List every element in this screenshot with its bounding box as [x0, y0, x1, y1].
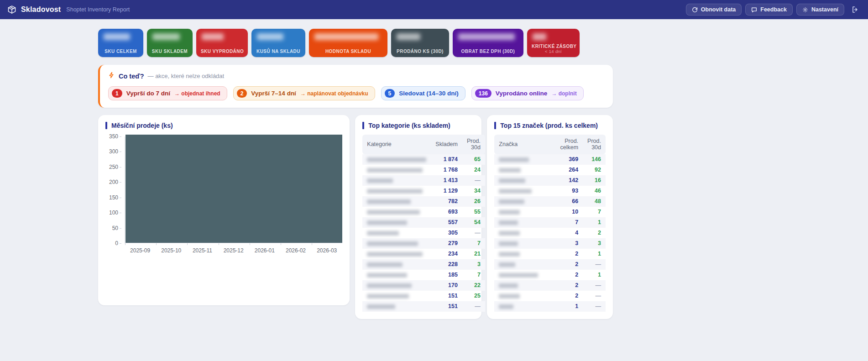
y-axis-tick: 250 [109, 164, 121, 170]
prod30-value: 146 [583, 154, 606, 165]
category-name-redacted [362, 217, 431, 228]
action-chip[interactable]: 5 Sledovat (14–30 dní) [381, 86, 465, 100]
prod30-value: 25 [462, 291, 485, 301]
table-row: 3 3 [494, 238, 606, 249]
chip-count-badge: 5 [385, 89, 395, 98]
table-row: 185 7 [362, 270, 485, 280]
stat-card: KRITICKÉ ZÁSOBY < 14 dní [527, 29, 580, 57]
table-row: 369 146 [494, 154, 606, 165]
table-row: 782 26 [362, 196, 485, 207]
table-row: 264 92 [494, 165, 606, 175]
table-row: 7 1 [494, 217, 606, 228]
prod30-value: 65 [462, 154, 485, 165]
total-value: 142 [543, 175, 583, 186]
title-accent-bar [362, 122, 364, 129]
stat-card: SKU VYPRODÁNO [196, 29, 248, 57]
stat-value-redacted [152, 33, 180, 40]
category-name-redacted [362, 301, 431, 312]
brand-name-redacted [494, 301, 543, 312]
refresh-label: Obnovit data [701, 6, 736, 13]
table-row: 66 48 [494, 196, 606, 207]
stat-value-redacted [458, 33, 515, 40]
brand-name-redacted [494, 196, 543, 207]
refresh-icon [692, 7, 698, 13]
brand-name-redacted [494, 249, 543, 259]
stat-card: HODNOTA SKLADU [309, 29, 387, 57]
chart-y-axis: 350300250200150100500 [105, 134, 125, 246]
package-logo-icon [7, 5, 16, 14]
stock-value: 1 413 [431, 175, 462, 186]
stat-cards-row: SKU CELKEM SKU SKLADEM SKU VYPRODÁNO KUS… [98, 29, 613, 57]
redacted-text [367, 157, 426, 162]
now-panel: Co teď? — akce, které nelze odkládat 1 V… [98, 65, 613, 108]
prod30-value: 24 [462, 165, 485, 175]
categories-table: Kategorie Skladem Prod. 30d 1 874 65 [362, 135, 485, 312]
category-name-redacted [362, 249, 431, 259]
total-value: 2 [543, 291, 583, 301]
prod30-value: — [583, 259, 606, 270]
stock-value: 557 [431, 217, 462, 228]
feedback-button[interactable]: Feedback [745, 4, 793, 16]
prod30-value: 7 [583, 207, 606, 217]
y-axis-tick: 100 [109, 210, 121, 215]
app-title: Skladovost [21, 5, 61, 14]
category-name-redacted [362, 228, 431, 238]
stat-value-redacted [104, 33, 130, 40]
table-header-row: Značka Prod. celkem Prod. 30d [494, 135, 606, 154]
x-axis-tick: 2026-02 [280, 247, 311, 254]
redacted-text [367, 283, 412, 288]
prod30-value: — [462, 228, 485, 238]
settings-button[interactable]: Nastavení [796, 4, 844, 16]
column-header-prod30: Prod. 30d [583, 135, 606, 154]
total-value: 4 [543, 228, 583, 238]
table-row: 4 2 [494, 228, 606, 238]
prod30-value: 48 [583, 196, 606, 207]
category-name-redacted [362, 165, 431, 175]
redacted-text [499, 241, 518, 246]
feedback-label: Feedback [760, 6, 787, 13]
category-name-redacted [362, 175, 431, 186]
total-value: 3 [543, 238, 583, 249]
stat-card: PRODÁNO KS (30D) [391, 29, 449, 57]
prod30-value: — [583, 301, 606, 312]
table-row: 693 55 [362, 207, 485, 217]
redacted-text [499, 283, 518, 288]
total-value: 264 [543, 165, 583, 175]
table-row: 1 413 — [362, 175, 485, 186]
action-chip[interactable]: 136 Vyprodáno online → doplnit [471, 86, 584, 100]
prod30-value: 54 [462, 217, 485, 228]
y-axis-tick: 0 [115, 241, 121, 246]
refresh-data-button[interactable]: Obnovit data [686, 4, 742, 16]
table-row: 228 3 [362, 259, 485, 270]
x-axis-tick: 2025-10 [156, 247, 187, 254]
table-row: 557 54 [362, 217, 485, 228]
stock-value: 305 [431, 228, 462, 238]
brand-name-redacted [494, 238, 543, 249]
chart-bars-redacted [125, 135, 342, 243]
stat-value-redacted [257, 33, 283, 40]
action-chip[interactable]: 1 Vyprší do 7 dní → objednat ihned [108, 86, 227, 100]
action-chip[interactable]: 2 Vyprší 7–14 dní → naplánovat objednávk… [233, 86, 375, 100]
prod30-value: 2 [583, 228, 606, 238]
stat-value-redacted [533, 33, 546, 40]
redacted-text [367, 273, 407, 277]
stat-card: KUSŮ NA SKLADU [251, 29, 305, 57]
redacted-text [499, 304, 513, 309]
topbar-actions: Obnovit data Feedback Nastavení [686, 4, 860, 16]
table-row: 1 — [494, 301, 606, 312]
column-header-prod30: Prod. 30d [462, 135, 485, 154]
redacted-text [499, 294, 520, 298]
brand-name-redacted [494, 165, 543, 175]
brand-name-redacted [494, 259, 543, 270]
lightning-icon [108, 72, 115, 80]
chip-count-badge: 2 [237, 89, 247, 98]
table-row: 2 1 [494, 249, 606, 259]
brand-name-redacted [494, 154, 543, 165]
redacted-text [367, 199, 411, 204]
table-row: 1 874 65 [362, 154, 485, 165]
app-header: Skladovost Shoptet Inventory Report Obno… [0, 0, 868, 19]
prod30-value: 1 [583, 270, 606, 280]
stock-value: 782 [431, 196, 462, 207]
x-axis-tick: 2026-03 [311, 247, 342, 254]
logout-icon[interactable] [851, 5, 860, 14]
